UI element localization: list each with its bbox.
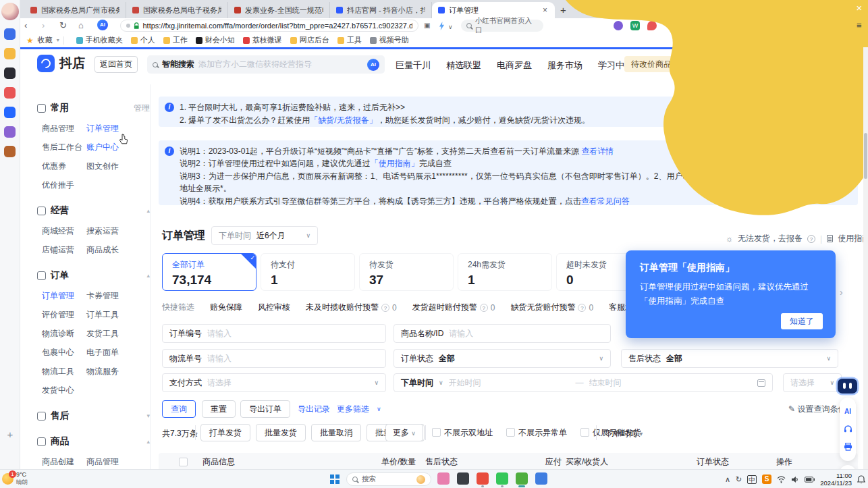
new-tab-button[interactable]: + (560, 4, 566, 16)
sidebar-item[interactable]: 卡券管理 (86, 290, 150, 302)
assistant-robot-icon[interactable] (838, 379, 857, 394)
bookmark-item[interactable]: 网店后台 (290, 35, 329, 45)
reset-button[interactable]: 重置 (202, 400, 236, 418)
query-settings-link[interactable]: ✎ 设置查询条件 (788, 404, 846, 415)
sidebar-item[interactable]: 包裹中心 (42, 347, 86, 358)
order-time-range-select[interactable]: 下单时间 近6个月 ∨ (211, 226, 318, 245)
export-orders-button[interactable]: 导出订单 (240, 400, 290, 418)
start-button[interactable] (330, 475, 340, 484)
bolt-extension-icon[interactable] (439, 22, 445, 30)
dock-app-icon[interactable] (4, 107, 16, 118)
more-actions-button[interactable]: 更多 ∨ (385, 424, 423, 441)
batch-action-button[interactable]: 批量发货 (256, 424, 306, 441)
extra-filter-select[interactable]: 请选择 ∨ (783, 373, 842, 392)
tab-close-icon[interactable]: × (541, 6, 549, 14)
wifi-icon[interactable] (777, 476, 786, 483)
bookmark-item[interactable]: 手机收藏夹 (76, 35, 123, 45)
browser-search-box[interactable]: 小红书官网首页入口 (461, 20, 543, 32)
sidebar-item[interactable]: 优价推手 (42, 180, 86, 191)
ai-assistant-icon[interactable]: AI (367, 59, 379, 71)
sidebar-item[interactable]: 订单管理 (86, 123, 150, 134)
sogou-input-icon[interactable]: S (762, 475, 771, 484)
ai-tool-icon[interactable]: AI (844, 408, 851, 415)
manage-link[interactable]: 管理 (134, 103, 150, 114)
dock-app-icon[interactable] (4, 67, 16, 79)
input-method-icon[interactable]: 中 (747, 475, 757, 484)
taskbar-app-icon[interactable] (516, 472, 528, 485)
taskbar-app-icon[interactable] (477, 472, 489, 485)
carousel-next-icon[interactable]: › (840, 287, 843, 298)
dock-add-icon[interactable]: + (0, 429, 20, 439)
batch-action-button[interactable]: 打单发货 (200, 424, 250, 441)
volume-icon[interactable] (791, 476, 799, 483)
cannot-ship-report-link[interactable]: 无法发货，去报备 (738, 233, 803, 244)
usage-guide-link[interactable]: 「使用指南」 (371, 159, 419, 168)
forward-icon[interactable]: › (42, 20, 45, 31)
tracking-no-input[interactable]: 物流单号 请输入 (162, 349, 386, 368)
tray-expand-icon[interactable]: ∧ (725, 476, 730, 483)
dock-app-icon[interactable] (4, 87, 16, 99)
bookmark-caret-icon[interactable]: ▾ (57, 37, 59, 43)
order-no-input[interactable]: 订单编号 请输入 (162, 324, 386, 343)
reload-icon[interactable]: ↻ (59, 20, 67, 31)
taskbar-search[interactable]: 搜索 (346, 472, 431, 486)
address-bar[interactable]: https://fxg.jinritemai.com/ffa/morder/or… (120, 20, 418, 32)
popup-confirm-button[interactable]: 知道了 (781, 313, 823, 329)
more-filters-link[interactable]: 更多筛选 (337, 404, 369, 415)
sidebar-item[interactable]: 订单工具 (86, 309, 150, 321)
order-stat-card[interactable]: 全部订单 73,174 ✓ (162, 253, 256, 291)
smart-search-input[interactable]: 智能搜索 添加官方小二微信获得经营指导 AI (147, 55, 385, 74)
sidebar-item[interactable]: 发货工具 (86, 328, 150, 340)
date-range-picker[interactable]: 下单时间 ∨ 开始时间 — 结束时间 (394, 373, 773, 392)
user-avatar[interactable] (1, 3, 19, 20)
faq-link[interactable]: 查看常见问答 (581, 196, 630, 206)
header-nav-link[interactable]: 精选联盟 (446, 59, 481, 72)
back-icon[interactable]: ‹ (24, 20, 27, 31)
pay-method-select[interactable]: 支付方式 请选择 ∨ (162, 373, 386, 392)
pending-price-button[interactable]: 待改价商品 6 (624, 56, 678, 72)
home-icon[interactable]: ⌂ (78, 20, 84, 31)
qr-code-icon[interactable]: ▣ (424, 20, 430, 31)
headset-icon[interactable] (844, 425, 852, 433)
sidebar-item[interactable]: 商品创建 (42, 456, 86, 468)
window-close-icon[interactable]: × (852, 2, 866, 13)
sidebar-item[interactable]: 物流工具 (42, 366, 86, 377)
aftersale-status-select[interactable]: 售后状态 全部 ∨ (621, 349, 838, 368)
sync-icon[interactable]: ↻ (736, 476, 742, 483)
sidebar-item[interactable]: 图文创作 (86, 161, 150, 172)
checkbox[interactable] (580, 428, 589, 437)
sidebar-item[interactable]: 账户中心 (86, 142, 150, 153)
header-nav-link[interactable]: 巨量千川 (396, 59, 431, 72)
dock-app-icon[interactable] (4, 126, 16, 138)
export-log-link[interactable]: 导出记录 (298, 404, 330, 415)
sidebar-item[interactable]: 发货中心 (42, 385, 86, 396)
stockout-report-link[interactable]: 「缺货/无货报备」 (310, 115, 377, 125)
product-name-input[interactable]: 商品名称/ID 请输入 (394, 324, 611, 343)
header-nav-link[interactable]: 服务市场 (547, 59, 582, 72)
sidebar-item[interactable]: 商城经营 (42, 225, 86, 237)
browser-tab[interactable]: 发票业务-全国统一规范电子税 (228, 2, 330, 18)
collapse-up-icon[interactable]: ▴ (146, 438, 150, 445)
taskbar-app-icon[interactable] (535, 472, 547, 485)
browser-tab[interactable]: 国家税务总局电子税务局 (126, 2, 228, 18)
sidebar-item[interactable]: 评价管理 (42, 309, 86, 321)
taskbar-weather[interactable]: 1 9°C晴朗 (2, 471, 28, 486)
collapse-down-icon[interactable]: ▾ (146, 412, 150, 419)
browser-tab[interactable]: 国家税务总局广州市税务局 (24, 2, 126, 18)
quick-filter[interactable]: 未及时揽收赔付预警 ? 0 (306, 302, 397, 313)
taskbar-app-icon[interactable] (437, 472, 450, 485)
wps-extension-icon[interactable]: W (630, 21, 640, 30)
dock-app-icon[interactable] (4, 28, 16, 40)
sidebar-item[interactable]: 优惠券 (42, 161, 86, 172)
bookmark-item[interactable]: 个人 (131, 35, 155, 45)
back-home-button[interactable]: 返回首页 (94, 56, 138, 73)
bookmark-item[interactable]: 荔枝微课 (243, 35, 282, 45)
taskbar-clock[interactable]: 11:002024/11/23 (820, 472, 852, 487)
sidebar-item[interactable]: 售后工作台 (42, 142, 86, 153)
sidebar-item[interactable]: 搜索运营 (86, 225, 150, 237)
ai-extension-icon[interactable]: AI (97, 20, 108, 30)
query-button[interactable]: 查询 (162, 400, 196, 418)
display-toggle[interactable]: 不展示异常单 (506, 427, 567, 439)
taskbar-app-icon[interactable] (496, 472, 508, 485)
order-status-select[interactable]: 订单状态 全部 ∨ (394, 349, 611, 368)
